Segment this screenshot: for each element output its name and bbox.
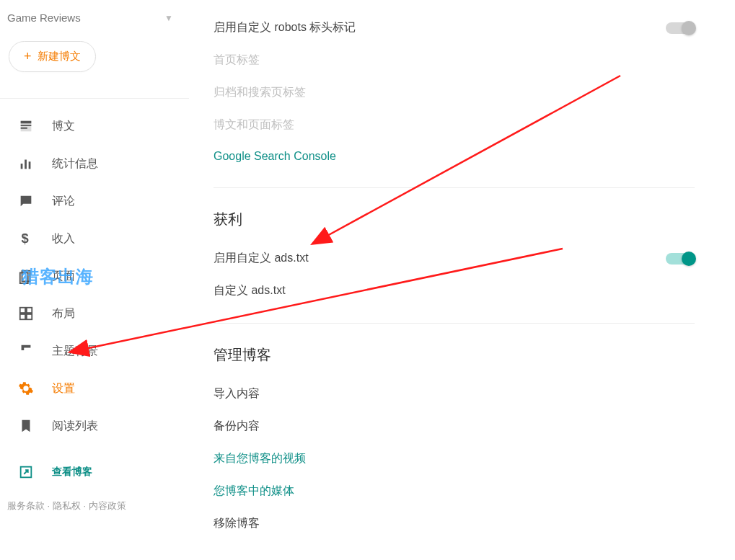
layout-icon bbox=[17, 305, 35, 322]
open-external-icon bbox=[17, 463, 35, 481]
sidebar-item-label: 评论 bbox=[52, 194, 75, 209]
row-label: 自定义 ads.txt bbox=[214, 283, 286, 298]
sidebar-item-theme[interactable]: 主题背景 bbox=[0, 332, 189, 370]
settings-icon bbox=[17, 380, 35, 397]
sidebar-item-label: 博文 bbox=[52, 119, 75, 134]
row-label: 来自您博客的视频 bbox=[214, 451, 306, 466]
svg-text:$: $ bbox=[22, 231, 29, 246]
svg-rect-8 bbox=[20, 314, 25, 319]
sidebar-item-label: 主题背景 bbox=[52, 344, 98, 359]
row-label: 备份内容 bbox=[214, 419, 260, 434]
sidebar-item-stats[interactable]: 统计信息 bbox=[0, 145, 189, 182]
toggle-enable-ads-txt[interactable] bbox=[666, 253, 695, 265]
earnings-icon: $ bbox=[17, 230, 35, 247]
row-media-link[interactable]: 您博客中的媒体 bbox=[214, 475, 695, 507]
sidebar-item-pages[interactable]: 页面 bbox=[0, 257, 189, 295]
row-custom-robots-header[interactable]: 启用自定义 robots 标头标记 bbox=[214, 12, 695, 44]
sidebar-item-posts[interactable]: 博文 bbox=[0, 107, 189, 145]
view-blog-label: 查看博客 bbox=[52, 466, 92, 479]
row-label: 导入内容 bbox=[214, 386, 260, 401]
row-label: 首页标签 bbox=[214, 53, 260, 68]
sidebar-item-label: 设置 bbox=[52, 381, 75, 396]
sidebar-item-label: 布局 bbox=[52, 306, 75, 321]
sidebar-item-label: 阅读列表 bbox=[52, 419, 98, 434]
main-content: 启用自定义 robots 标头标记 首页标签 归档和搜索页标签 博文和页面标签 … bbox=[214, 0, 735, 540]
new-post-button[interactable]: + 新建博文 bbox=[9, 41, 96, 72]
svg-rect-9 bbox=[27, 314, 32, 319]
toggle-custom-robots-header[interactable] bbox=[666, 22, 695, 34]
row-label: Google Search Console bbox=[214, 150, 336, 163]
sidebar-item-earnings[interactable]: $ 收入 bbox=[0, 220, 189, 257]
pages-icon bbox=[17, 267, 35, 285]
row-label: 启用自定义 robots 标头标记 bbox=[214, 20, 356, 35]
new-post-label: 新建博文 bbox=[38, 50, 81, 63]
svg-rect-0 bbox=[21, 164, 23, 169]
row-gsc-link[interactable]: Google Search Console bbox=[214, 141, 695, 172]
privacy-link[interactable]: 隐私权 bbox=[53, 500, 81, 511]
row-post-tags: 博文和页面标签 bbox=[214, 109, 695, 141]
sidebar-item-label: 统计信息 bbox=[52, 156, 98, 172]
row-label: 移除博客 bbox=[214, 516, 260, 531]
blog-title: Game Reviews bbox=[7, 12, 81, 24]
row-label: 归档和搜索页标签 bbox=[214, 85, 306, 100]
row-label: 博文和页面标签 bbox=[214, 117, 294, 133]
sidebar-item-layout[interactable]: 布局 bbox=[0, 295, 189, 332]
row-label: 启用自定义 ads.txt bbox=[214, 251, 309, 266]
tos-link[interactable]: 服务条款 bbox=[7, 500, 45, 511]
svg-rect-1 bbox=[25, 160, 27, 169]
section-title-monetize: 获利 bbox=[214, 188, 695, 242]
sidebar-item-label: 页面 bbox=[52, 269, 75, 284]
posts-icon bbox=[17, 117, 35, 135]
readinglist-icon bbox=[17, 417, 35, 435]
stats-icon bbox=[17, 155, 35, 172]
row-backup[interactable]: 备份内容 bbox=[214, 410, 695, 443]
svg-rect-7 bbox=[27, 308, 32, 313]
row-home-tags: 首页标签 bbox=[214, 44, 695, 76]
sidebar-item-label: 收入 bbox=[52, 231, 75, 246]
view-blog-link[interactable]: 查看博客 bbox=[0, 453, 189, 491]
chevron-down-icon: ▼ bbox=[164, 13, 173, 23]
sidebar: Game Reviews ▼ + 新建博文 博文 统计信息 评论 $ 收入 页面 bbox=[0, 0, 189, 560]
comments-icon bbox=[17, 192, 35, 210]
row-remove-blog[interactable]: 移除博客 bbox=[214, 507, 695, 540]
row-enable-ads-txt[interactable]: 启用自定义 ads.txt bbox=[214, 242, 695, 275]
sidebar-item-readinglist[interactable]: 阅读列表 bbox=[0, 407, 189, 445]
sidebar-nav: 博文 统计信息 评论 $ 收入 页面 布局 主题背景 设置 bbox=[0, 99, 189, 453]
sidebar-item-settings[interactable]: 设置 bbox=[0, 370, 189, 407]
footer-links: 服务条款 · 隐私权 · 内容政策 bbox=[0, 491, 189, 512]
section-title-manage: 管理博客 bbox=[214, 324, 695, 378]
row-custom-ads-txt[interactable]: 自定义 ads.txt bbox=[214, 275, 695, 307]
svg-rect-2 bbox=[29, 161, 31, 169]
svg-rect-6 bbox=[20, 308, 25, 313]
row-import[interactable]: 导入内容 bbox=[214, 378, 695, 410]
blog-selector[interactable]: Game Reviews ▼ bbox=[0, 0, 189, 31]
contentpolicy-link[interactable]: 内容政策 bbox=[89, 500, 126, 511]
plus-icon: + bbox=[24, 49, 32, 64]
row-videos-link[interactable]: 来自您博客的视频 bbox=[214, 443, 695, 475]
theme-icon bbox=[17, 342, 35, 360]
row-label: 您博客中的媒体 bbox=[214, 484, 294, 499]
row-archive-tags: 归档和搜索页标签 bbox=[214, 76, 695, 109]
sidebar-item-comments[interactable]: 评论 bbox=[0, 182, 189, 220]
